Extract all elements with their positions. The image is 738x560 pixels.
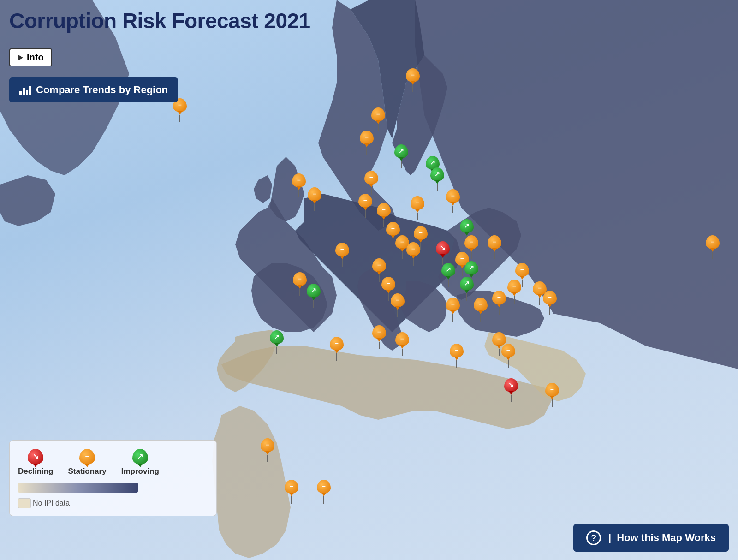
pin-spain-n[interactable]: – — [293, 272, 307, 296]
legend-gradient-row — [18, 483, 205, 493]
pin-norway-n[interactable]: – — [371, 107, 385, 131]
pin-uk-s[interactable]: – — [308, 187, 321, 211]
pin-mauritania[interactable]: – — [285, 480, 298, 504]
pin-tunisia[interactable]: – — [372, 325, 386, 349]
pin-denmark[interactable]: – — [364, 171, 378, 195]
play-icon — [18, 54, 23, 61]
pin-sweden[interactable]: ↗ — [394, 144, 408, 168]
pin-italy-s[interactable]: – — [391, 293, 405, 317]
legend: ↘ Declining – Stationary ↗ Improving No … — [9, 440, 217, 516]
pin-bulgaria[interactable]: ↗ — [460, 277, 474, 301]
pin-netherlands[interactable]: – — [358, 194, 372, 218]
pin-norway-s[interactable]: – — [360, 131, 374, 155]
pin-saudi[interactable]: ↘ — [504, 378, 518, 402]
question-icon: ? — [586, 530, 601, 545]
info-label: Info — [27, 52, 44, 63]
legend-stationary: – Stationary — [68, 449, 107, 476]
no-ipi-box — [18, 498, 31, 508]
how-map-works-button[interactable]: ? | How this Map Works — [573, 524, 729, 552]
pin-egypt[interactable]: – — [450, 344, 464, 368]
legend-icons-row: ↘ Declining – Stationary ↗ Improving — [18, 449, 205, 476]
how-label: How this Map Works — [617, 532, 716, 544]
pin-morocco-n[interactable]: ↗ — [270, 330, 284, 354]
compare-button[interactable]: Compare Trends by Region — [9, 77, 178, 102]
pin-morocco-s[interactable]: – — [261, 438, 274, 462]
pin-jordan[interactable]: – — [501, 344, 515, 368]
pin-spain-s[interactable]: ↗ — [307, 284, 321, 308]
pin-uae[interactable]: – — [545, 383, 559, 407]
pin-algeria[interactable]: – — [330, 337, 344, 361]
legend-improving: ↗ Improving — [121, 449, 159, 476]
pin-latvia[interactable]: ↗ — [430, 167, 444, 191]
pin-far-east[interactable]: – — [706, 235, 720, 259]
pin-turkey-e[interactable]: – — [492, 291, 506, 315]
pin-greece[interactable]: – — [446, 298, 460, 322]
pin-austria[interactable]: – — [406, 242, 420, 266]
pin-belarus[interactable]: – — [446, 189, 460, 213]
pin-france[interactable]: – — [335, 243, 349, 267]
pin-libya[interactable]: – — [395, 332, 409, 356]
pin-russia-w[interactable]: – — [488, 235, 501, 259]
pin-finland[interactable]: – — [406, 68, 420, 92]
pin-poland[interactable]: – — [411, 196, 424, 220]
legend-gradient — [18, 483, 138, 493]
pin-serbia[interactable]: ↗ — [441, 263, 455, 287]
pin-caucasus2[interactable]: – — [543, 291, 557, 315]
legend-declining: ↘ Declining — [18, 449, 54, 476]
pin-russia-mid[interactable]: – — [515, 263, 529, 287]
page-title: Corruption Risk Forecast 2021 — [9, 8, 310, 33]
pin-hungary[interactable]: ↘ — [436, 241, 450, 265]
map-container: – – – – ↗ ↗ ↗ — [0, 0, 738, 560]
pin-mali[interactable]: – — [317, 480, 331, 504]
info-button[interactable]: Info — [9, 48, 52, 66]
legend-no-ipi: No IPI data — [18, 498, 205, 508]
pin-turkey-w[interactable]: – — [474, 298, 488, 322]
bar-chart-icon — [19, 85, 31, 95]
compare-label: Compare Trends by Region — [36, 84, 168, 96]
pin-uk-n[interactable]: – — [292, 173, 306, 197]
